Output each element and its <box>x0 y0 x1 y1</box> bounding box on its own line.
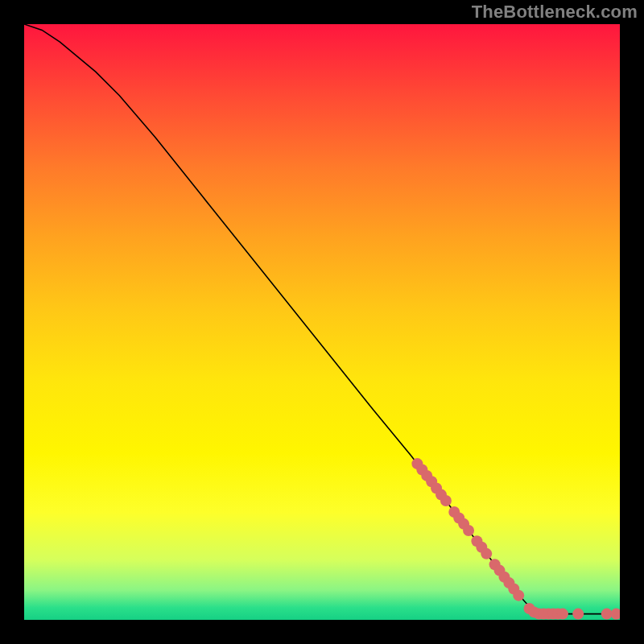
data-point <box>557 609 568 620</box>
data-point <box>513 590 524 601</box>
watermark-label: TheBottleneck.com <box>472 2 638 23</box>
data-points-group <box>411 458 620 619</box>
data-point <box>440 495 452 506</box>
data-point <box>572 609 584 620</box>
curve-overlay <box>24 24 620 620</box>
data-point <box>463 525 474 536</box>
chart-container: TheBottleneck.com <box>0 0 644 644</box>
data-point <box>611 609 620 620</box>
bottleneck-curve <box>24 24 620 614</box>
data-point <box>481 548 492 559</box>
